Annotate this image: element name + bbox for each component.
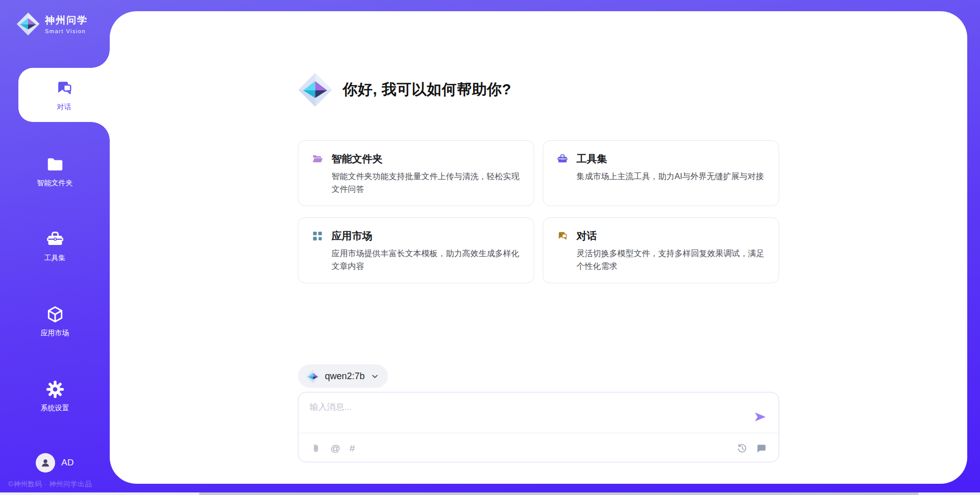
- model-selector[interactable]: qwen2:7b: [298, 364, 388, 388]
- sidebar: 神州问学 Smart Vision 对话 智能文件夹 工具集 应用市场 系统设置…: [0, 0, 110, 495]
- card-title: 智能文件夹: [332, 152, 383, 166]
- copyright-footer: ©神州数码 · 神州问学出品: [8, 480, 92, 489]
- briefcase-icon: [557, 153, 569, 165]
- card-toolset[interactable]: 工具集 集成市场上主流工具，助力AI与外界无缝扩展与对接: [543, 140, 779, 206]
- chat-bubbles-icon: [557, 230, 569, 242]
- feature-cards: 智能文件夹 智能文件夹功能支持批量文件上传与清洗，轻松实现文件问答 工具集 集成…: [298, 140, 779, 283]
- message-input[interactable]: [299, 392, 738, 429]
- sidebar-item-label: 对话: [57, 103, 71, 112]
- sidebar-item-label: 应用市场: [41, 329, 69, 338]
- gear-icon: [45, 380, 65, 399]
- sidebar-item-label: 系统设置: [41, 404, 69, 413]
- brand-diamond-icon: [298, 72, 333, 107]
- app-grid-icon: [312, 230, 324, 242]
- sidebar-item-smart-folder[interactable]: 智能文件夹: [0, 145, 110, 196]
- person-icon: [40, 457, 51, 468]
- model-diamond-icon: [306, 369, 320, 383]
- sidebar-item-chat[interactable]: 对话: [18, 68, 110, 122]
- card-app-market[interactable]: 应用市场 应用市场提供丰富长文本模板，助力高效生成多样化文章内容: [298, 217, 534, 283]
- toolbox-icon: [45, 230, 65, 249]
- mention-icon[interactable]: @: [331, 443, 340, 453]
- sidebar-item-settings[interactable]: 系统设置: [0, 370, 110, 422]
- card-description: 智能文件夹功能支持批量文件上传与清洗，轻松实现文件问答: [312, 170, 521, 196]
- chevron-down-icon: [370, 372, 380, 381]
- chat-bubble-icon[interactable]: [756, 443, 767, 454]
- card-description: 集成市场上主流工具，助力AI与外界无缝扩展与对接: [557, 170, 766, 183]
- card-title: 工具集: [577, 152, 607, 166]
- user-name: AD: [61, 458, 74, 468]
- sidebar-item-label: 工具集: [44, 254, 66, 263]
- folder-open-icon: [312, 153, 324, 165]
- chat-bubbles-icon: [55, 79, 74, 98]
- model-name: qwen2:7b: [325, 371, 365, 382]
- brand-name: 神州问学: [45, 14, 88, 27]
- composer-toolbar: @ #: [311, 440, 767, 456]
- horizontal-scrollbar[interactable]: [0, 492, 980, 495]
- sidebar-item-label: 智能文件夹: [37, 179, 73, 188]
- brand-diamond-icon: [16, 12, 40, 36]
- sidebar-item-app-market[interactable]: 应用市场: [0, 295, 110, 346]
- greeting: 你好, 我可以如何帮助你?: [298, 72, 779, 107]
- cube-icon: [45, 305, 65, 324]
- card-title: 对话: [577, 229, 597, 243]
- user-account[interactable]: AD: [0, 453, 110, 473]
- attachment-icon[interactable]: [311, 443, 322, 454]
- sidebar-item-toolset[interactable]: 工具集: [0, 220, 110, 271]
- brand-subtitle: Smart Vision: [45, 28, 88, 34]
- card-description: 应用市场提供丰富长文本模板，助力高效生成多样化文章内容: [312, 247, 521, 273]
- history-icon[interactable]: [737, 443, 748, 454]
- composer-divider: [299, 433, 778, 433]
- scrollbar-thumb[interactable]: [199, 492, 919, 495]
- hashtag-icon[interactable]: #: [350, 443, 355, 453]
- greeting-text: 你好, 我可以如何帮助你?: [343, 80, 511, 100]
- message-composer: @ #: [298, 392, 779, 462]
- folder-icon: [45, 155, 65, 174]
- avatar: [36, 453, 55, 473]
- brand-logo: 神州问学 Smart Vision: [16, 12, 88, 36]
- card-description: 灵活切换多模型文件，支持多样回复效果调试，满足个性化需求: [557, 247, 766, 273]
- card-title: 应用市场: [332, 229, 373, 243]
- card-smart-folder[interactable]: 智能文件夹 智能文件夹功能支持批量文件上传与清洗，轻松实现文件问答: [298, 140, 534, 206]
- send-button[interactable]: [753, 410, 768, 424]
- card-chat[interactable]: 对话 灵活切换多模型文件，支持多样回复效果调试，满足个性化需求: [543, 217, 779, 283]
- main-panel: 你好, 我可以如何帮助你? 智能文件夹 智能文件夹功能支持批量文件上传与清洗，轻…: [110, 11, 967, 484]
- send-icon: [753, 410, 768, 424]
